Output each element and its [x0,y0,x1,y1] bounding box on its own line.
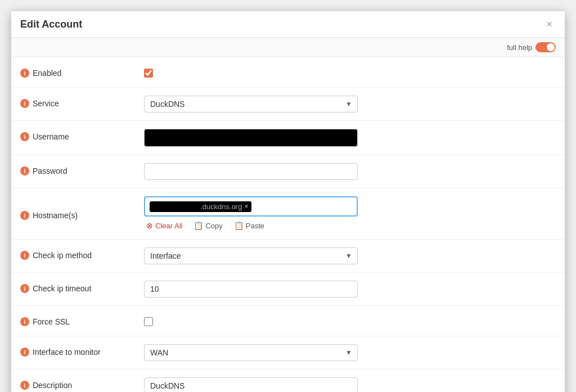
password-row: i Password [11,155,565,188]
service-row: i Service DuckDNS No-IP Cloudflare DynDN… [11,88,565,121]
check-ip-method-control: Interface Direct AWS GCP ▼ [144,247,556,264]
modal-title: Edit Account [20,19,82,30]
check-ip-timeout-row: i Check ip timeout [11,273,565,306]
username-label: i Username [20,129,144,141]
enabled-control [144,65,556,79]
enabled-row: i Enabled [11,57,565,88]
check-ip-timeout-info-icon: i [20,284,29,293]
check-ip-method-info-icon: i [20,251,29,260]
check-ip-timeout-label: i Check ip timeout [20,281,144,293]
enabled-info-icon: i [20,69,29,78]
service-select[interactable]: DuckDNS No-IP Cloudflare DynDNS [144,96,358,112]
service-label: i Service [20,96,144,108]
check-ip-timeout-input[interactable] [144,281,358,298]
copy-button[interactable]: 📋 Copy [191,220,224,231]
password-input[interactable] [144,163,358,180]
hostname-container[interactable]: .duckdns.org × [144,196,358,217]
full-help-label: full help [507,43,532,52]
copy-icon: 📋 [194,221,203,230]
check-ip-method-row: i Check ip method Interface Direct AWS G… [11,240,565,273]
full-help-area: full help [507,42,556,52]
clear-all-button[interactable]: ⊗ Clear All [144,220,184,231]
service-select-wrapper: DuckDNS No-IP Cloudflare DynDNS ▼ [144,96,358,112]
username-control [144,129,556,147]
force-ssl-row: i Force SSL [11,306,565,336]
check-ip-method-select-wrapper: Interface Direct AWS GCP ▼ [144,247,358,264]
interface-to-monitor-control: WAN LAN OPT1 ▼ [144,344,556,361]
hostname-tag-close-icon[interactable]: × [244,202,248,210]
toggle-knob [547,43,555,51]
description-input[interactable] [144,377,358,392]
description-control [144,377,556,392]
service-info-icon: i [20,99,29,108]
hostname-actions: ⊗ Clear All 📋 Copy 📋 Paste [144,220,556,231]
hostnames-control: .duckdns.org × ⊗ Clear All 📋 Copy [144,196,556,231]
interface-to-monitor-select[interactable]: WAN LAN OPT1 [144,344,358,361]
force-ssl-info-icon: i [20,317,29,326]
password-info-icon: i [20,166,29,175]
paste-icon: 📋 [234,221,244,230]
username-redacted-block [144,129,358,147]
force-ssl-checkbox[interactable] [144,317,153,326]
interface-to-monitor-info-icon: i [20,348,29,357]
paste-button[interactable]: 📋 Paste [232,220,267,231]
interface-to-monitor-select-wrapper: WAN LAN OPT1 ▼ [144,344,358,361]
description-info-icon: i [20,381,29,390]
hostnames-info-icon: i [20,211,29,220]
toolbar: full help [11,38,565,57]
hostnames-label: i Hostname(s) [20,196,144,231]
username-info-icon: i [20,132,29,141]
description-label: i Description [20,377,144,390]
password-control [144,163,556,180]
check-ip-timeout-control [144,281,556,298]
username-row: i Username [11,121,565,155]
interface-to-monitor-row: i Interface to monitor WAN LAN OPT1 ▼ [11,336,565,370]
interface-to-monitor-label: i Interface to monitor [20,344,144,357]
clear-icon: ⊗ [146,221,153,230]
hostname-redacted [153,202,198,210]
description-row: i Description [11,370,565,392]
enabled-checkbox[interactable] [144,69,153,78]
close-button[interactable]: × [543,18,556,30]
enabled-label: i Enabled [20,65,144,78]
check-ip-method-label: i Check ip method [20,247,144,260]
hostname-tag: .duckdns.org × [150,201,251,212]
check-ip-method-select[interactable]: Interface Direct AWS GCP [144,247,358,264]
force-ssl-control [144,314,556,328]
force-ssl-label: i Force SSL [20,314,144,326]
password-label: i Password [20,163,144,175]
edit-account-modal: Edit Account × full help i Enabled i [11,11,565,392]
hostnames-row: i Hostname(s) .duckdns.org × ⊗ [11,188,565,240]
form-body: i Enabled i Service DuckDNS No-IP Cloudf… [11,57,565,392]
service-control: DuckDNS No-IP Cloudflare DynDNS ▼ [144,96,556,112]
full-help-toggle[interactable] [536,42,556,52]
modal-header: Edit Account × [11,11,565,38]
hostnames-row-inner: i Hostname(s) .duckdns.org × ⊗ [20,196,556,231]
hostname-suffix: .duckdns.org [200,202,242,211]
